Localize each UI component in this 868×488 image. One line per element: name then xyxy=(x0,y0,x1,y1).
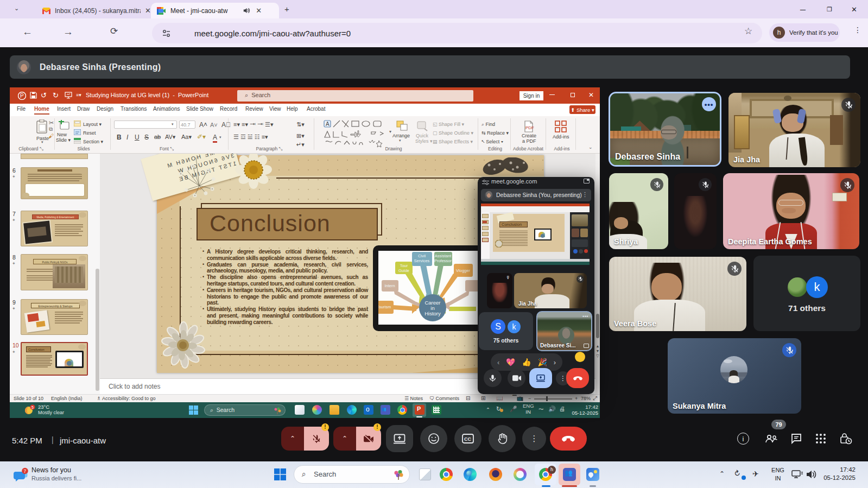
svg-text:7: 7 xyxy=(24,468,27,474)
svg-text:Professor: Professor xyxy=(434,258,452,263)
svg-text:Tour: Tour xyxy=(400,263,408,268)
svg-text:CC: CC xyxy=(464,436,471,442)
svg-text:Guide: Guide xyxy=(398,268,409,273)
svg-text:Intern: Intern xyxy=(384,283,395,288)
svg-text:Civil: Civil xyxy=(418,253,426,258)
svg-text:Tourism: Tourism xyxy=(378,305,391,309)
svg-text:Assistant: Assistant xyxy=(435,253,452,258)
svg-text:PDF: PDF xyxy=(525,125,534,130)
svg-text:P: P xyxy=(20,93,24,99)
svg-text:Services: Services xyxy=(414,258,430,263)
svg-text:History: History xyxy=(425,310,441,316)
svg-text:5: 5 xyxy=(31,405,34,409)
svg-text:A: A xyxy=(326,121,330,127)
svg-text:Vlogger: Vlogger xyxy=(456,268,470,273)
